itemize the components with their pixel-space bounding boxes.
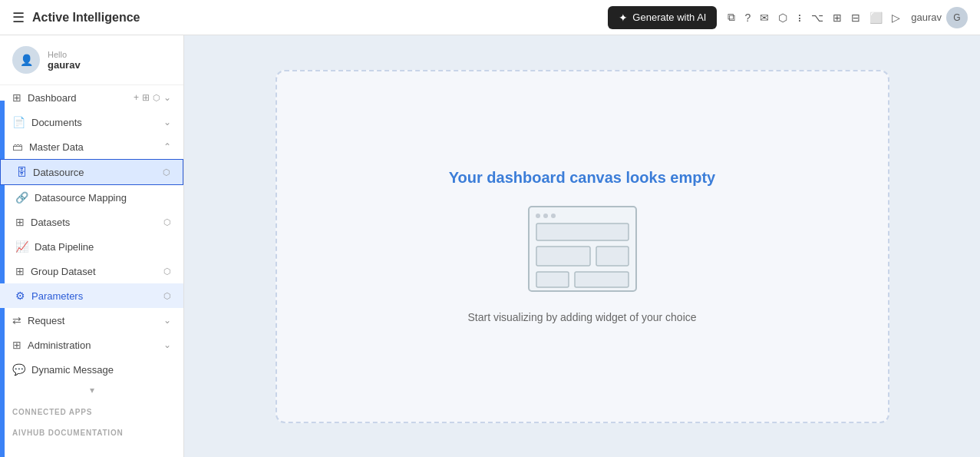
- svg-point-3: [551, 214, 556, 218]
- copy-icon[interactable]: ⧉: [724, 8, 738, 26]
- toolbar-icons: ⧉ ? ✉ ⬡ ⫶ ⌥ ⊞ ⊟ ⬜ ▷: [724, 8, 903, 26]
- grid-view-icon[interactable]: ⊞: [142, 92, 150, 103]
- dashboard-right: + ⊞ ⬡ ⌄: [134, 92, 171, 103]
- master-data-left: 🗃 Master Data: [12, 141, 84, 153]
- avatar: G: [946, 7, 968, 28]
- group-dataset-icon: ⊞: [15, 265, 25, 277]
- add-icon[interactable]: +: [134, 92, 139, 103]
- request-left: ⇄ Request: [12, 314, 64, 326]
- external-link-icon[interactable]: ⬡: [153, 93, 160, 103]
- share-icon[interactable]: ⬡: [775, 9, 790, 26]
- sidebar-item-data-pipeline[interactable]: 📈 Data Pipeline: [0, 234, 183, 259]
- sidebar-nav: ⊞ Dashboard + ⊞ ⬡ ⌄ 📄 Documents ⌄: [0, 85, 183, 457]
- topbar: ☰ Active Intelligence ✦ Generate with AI…: [0, 0, 980, 35]
- datasets-label: Datasets: [31, 217, 70, 228]
- svg-point-1: [536, 214, 540, 218]
- master-data-label: Master Data: [29, 141, 84, 153]
- dashboard-left: ⊞ Dashboard: [12, 91, 77, 104]
- ds-mapping-left: 🔗 Datasource Mapping: [15, 191, 127, 204]
- funnel-icon[interactable]: ⌥: [808, 9, 827, 26]
- master-data-icon: 🗃: [12, 141, 23, 153]
- datasets-icon: ⊞: [15, 216, 25, 228]
- datasets-left: ⊞ Datasets: [15, 216, 70, 228]
- data-pipeline-left: 📈 Data Pipeline: [15, 240, 94, 253]
- table-icon[interactable]: ⊟: [848, 9, 863, 26]
- datasource-icon: 🗄: [16, 166, 27, 178]
- parameters-left: ⚙ Parameters: [15, 290, 83, 302]
- canvas-heading: Your dashboard canvas looks empty: [449, 169, 716, 187]
- request-icon: ⇄: [12, 314, 21, 326]
- svg-rect-8: [575, 272, 629, 287]
- sidebar-item-administration[interactable]: ⊞ Administration ⌄: [0, 333, 183, 357]
- user-info: gaurav G: [911, 7, 968, 28]
- administration-chevron: ⌄: [163, 339, 171, 350]
- sidebar-item-request[interactable]: ⇄ Request ⌄: [0, 308, 183, 333]
- user-greeting: Hello gaurav: [48, 50, 81, 71]
- sidebar-item-documents[interactable]: 📄 Documents ⌄: [0, 110, 183, 134]
- section-aivhub-docs: AIVHUB DOCUMENTATION: [0, 419, 183, 440]
- sidebar-item-dynamic-message[interactable]: 💬 Dynamic Message: [0, 357, 183, 382]
- image-icon[interactable]: ⬜: [866, 9, 886, 26]
- help-icon[interactable]: ?: [741, 9, 754, 26]
- svg-rect-6: [596, 247, 629, 266]
- section-connected-apps: CONNECTED APPS: [0, 399, 183, 419]
- play-icon[interactable]: ▷: [889, 9, 903, 26]
- dynamic-message-icon: 💬: [12, 363, 25, 376]
- ds-mapping-label: Datasource Mapping: [35, 192, 127, 204]
- dynamic-message-left: 💬 Dynamic Message: [12, 363, 114, 376]
- data-pipeline-icon: 📈: [15, 240, 28, 253]
- email-icon[interactable]: ✉: [757, 9, 772, 26]
- sidebar-item-master-data[interactable]: 🗃 Master Data ⌃: [0, 134, 183, 159]
- username-label: gaurav: [911, 12, 942, 23]
- svg-rect-4: [536, 224, 629, 240]
- greeting-label: Hello: [48, 50, 81, 59]
- sidebar-item-datasets[interactable]: ⊞ Datasets ⬡: [0, 210, 183, 234]
- dashboard-icon: ⊞: [12, 91, 21, 104]
- sidebar-item-datasource[interactable]: 🗄 Datasource ⬡: [0, 159, 183, 185]
- hamburger-icon[interactable]: ☰: [12, 9, 25, 26]
- canvas-subtext: Start visualizing by adding widget of yo…: [467, 311, 696, 323]
- parameters-icon: ⚙: [15, 290, 25, 302]
- documents-chevron: ⌄: [163, 117, 171, 127]
- filter-icon[interactable]: ⫶: [794, 9, 805, 26]
- sidebar-item-group-dataset[interactable]: ⊞ Group Dataset ⬡: [0, 259, 183, 283]
- sidebar-item-parameters[interactable]: ⚙ Parameters ⬡: [0, 283, 183, 308]
- group-dataset-ext-icon[interactable]: ⬡: [163, 267, 171, 277]
- datasource-ext-icon[interactable]: ⬡: [163, 167, 170, 177]
- dynamic-message-label: Dynamic Message: [31, 364, 114, 376]
- sparkle-icon: ✦: [619, 12, 628, 24]
- parameters-ext-icon[interactable]: ⬡: [163, 291, 171, 301]
- parameters-label: Parameters: [31, 290, 83, 302]
- datasource-left: 🗄 Datasource: [16, 166, 84, 178]
- datasets-ext-icon[interactable]: ⬡: [163, 217, 171, 227]
- request-chevron: ⌄: [163, 315, 171, 326]
- username-display: gaurav: [48, 59, 81, 71]
- svg-rect-7: [536, 272, 569, 287]
- avatar-large: 👤: [12, 46, 40, 74]
- group-dataset-label: Group Dataset: [31, 266, 96, 277]
- chevron-down-icon[interactable]: ⌄: [163, 92, 171, 103]
- svg-point-2: [543, 214, 548, 218]
- app-body: 👤 Hello gaurav ⊞ Dashboard + ⊞ ⬡ ⌄: [0, 35, 980, 457]
- grid-icon[interactable]: ⊞: [830, 9, 845, 26]
- administration-icon: ⊞: [12, 339, 21, 351]
- generate-with-ai-button[interactable]: ✦ Generate with AI: [608, 6, 717, 29]
- svg-rect-5: [536, 247, 590, 266]
- documents-label: Documents: [31, 117, 82, 128]
- documents-left: 📄 Documents: [12, 116, 82, 128]
- sidebar-item-datasource-mapping[interactable]: 🔗 Datasource Mapping: [0, 185, 183, 210]
- widget-placeholder-icon: [521, 199, 644, 299]
- ds-mapping-icon: 🔗: [15, 191, 28, 204]
- topbar-right: ✦ Generate with AI ⧉ ? ✉ ⬡ ⫶ ⌥ ⊞ ⊟ ⬜ ▷ g…: [608, 6, 968, 29]
- request-label: Request: [28, 315, 64, 326]
- user-profile: 👤 Hello gaurav: [0, 35, 183, 85]
- master-data-chevron: ⌃: [163, 141, 171, 152]
- app-title: Active Intelligence: [32, 11, 140, 25]
- sidebar: 👤 Hello gaurav ⊞ Dashboard + ⊞ ⬡ ⌄: [0, 35, 184, 457]
- datasource-label: Datasource: [33, 167, 84, 178]
- administration-left: ⊞ Administration: [12, 339, 91, 351]
- scroll-down-arrow[interactable]: ▾: [0, 382, 183, 399]
- sidebar-item-dashboard[interactable]: ⊞ Dashboard + ⊞ ⬡ ⌄: [0, 85, 183, 110]
- group-dataset-left: ⊞ Group Dataset: [15, 265, 96, 277]
- documents-icon: 📄: [12, 116, 25, 128]
